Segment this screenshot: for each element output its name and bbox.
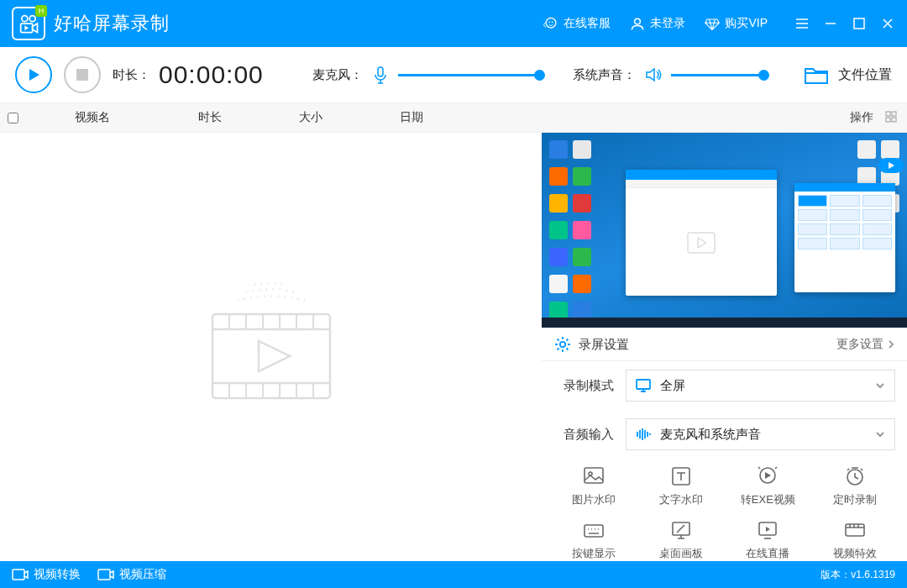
timer-value: 00:00:00 (159, 60, 264, 89)
tool-keystroke[interactable]: 按键显示 (550, 519, 637, 561)
svg-point-3 (547, 18, 557, 28)
vip-link[interactable]: 购买VIP (704, 16, 768, 31)
login-link[interactable]: 未登录 (629, 16, 685, 31)
record-mode-row: 录制模式 全屏 (542, 361, 907, 410)
svg-rect-41 (98, 570, 110, 580)
tool-drawing-board[interactable]: 桌面画板 (637, 519, 725, 561)
close-icon (880, 16, 895, 31)
select-all[interactable] (0, 113, 25, 123)
close-button[interactable] (875, 11, 900, 36)
view-toggle[interactable] (885, 111, 897, 125)
tool-image-watermark[interactable]: 图片水印 (550, 465, 637, 507)
logo-badge: H (35, 5, 47, 17)
svg-rect-12 (892, 118, 896, 122)
chevron-down-icon (874, 380, 886, 391)
app-title: 好哈屏幕录制 (54, 11, 170, 36)
svg-rect-31 (585, 468, 603, 483)
record-button[interactable] (15, 56, 52, 93)
mic-slider[interactable] (398, 74, 539, 76)
video-convert-link[interactable]: 视频转换 (12, 567, 81, 582)
tools-grid: 图片水印 文字水印 转EXE视频 定时录制 按键显示 桌面画板 在线直播 视频特… (542, 459, 907, 561)
svg-rect-30 (637, 380, 650, 389)
soundwave-icon (635, 427, 652, 442)
right-panel: 录屏设置 更多设置 录制模式 全屏 音频输入 麦克风和系统声音 图片水印 (542, 133, 907, 561)
video-compress-link[interactable]: 视频压缩 (97, 567, 166, 582)
col-duration[interactable]: 时长 (160, 110, 260, 125)
svg-rect-10 (892, 112, 896, 116)
maximize-icon (852, 16, 867, 31)
toolbar: 时长： 00:00:00 麦克风： 系统声音： 文件位置 (0, 47, 907, 102)
chevron-right-icon (887, 340, 895, 349)
svg-point-5 (552, 22, 553, 24)
col-name[interactable]: 视频名 (25, 110, 160, 125)
user-icon (629, 16, 646, 31)
tool-exe-video[interactable]: 转EXE视频 (725, 465, 812, 507)
headset-icon (543, 16, 559, 31)
system-audio-label: 系统声音： (573, 67, 636, 83)
svg-point-29 (560, 342, 565, 347)
tool-text-watermark[interactable]: 文字水印 (637, 465, 725, 507)
svg-point-6 (635, 18, 641, 24)
main-area: 录屏设置 更多设置 录制模式 全屏 音频输入 麦克风和系统声音 图片水印 (0, 133, 907, 561)
compress-icon (97, 568, 114, 581)
speaker-icon[interactable] (644, 66, 663, 84)
svg-point-1 (29, 16, 35, 22)
minimize-icon (823, 16, 838, 31)
svg-rect-9 (886, 112, 890, 116)
audio-input-label: 音频输入 (553, 427, 614, 443)
menu-icon (794, 16, 810, 31)
svg-rect-36 (585, 525, 603, 537)
mic-group: 麦克风： (312, 66, 539, 84)
svg-rect-39 (846, 524, 864, 536)
app-logo: H (12, 7, 45, 40)
more-settings-link[interactable]: 更多设置 (836, 337, 895, 352)
footer: 视频转换 视频压缩 版本：v1.6.1319 (0, 561, 907, 588)
gear-icon (553, 335, 572, 354)
preview-play-icon (878, 158, 904, 173)
mic-label: 麦克风： (312, 67, 363, 83)
minimize-button[interactable] (818, 11, 843, 36)
col-size[interactable]: 大小 (260, 110, 361, 125)
system-audio-slider[interactable] (671, 74, 763, 76)
video-list-empty (0, 133, 542, 561)
tool-live-stream[interactable]: 在线直播 (725, 519, 812, 561)
svg-rect-28 (688, 233, 715, 253)
tool-timed-record[interactable]: 定时录制 (811, 465, 899, 507)
col-operations: 操作 (462, 110, 907, 125)
record-mode-select[interactable]: 全屏 (626, 370, 895, 402)
svg-point-0 (22, 16, 28, 22)
settings-title: 录屏设置 (579, 337, 629, 353)
svg-rect-8 (378, 67, 383, 76)
file-location-button[interactable]: 文件位置 (803, 63, 892, 87)
duration-label: 时长： (113, 67, 150, 83)
chevron-down-icon (874, 428, 886, 440)
titlebar: H 好哈屏幕录制 在线客服 未登录 购买VIP (0, 0, 907, 47)
diamond-icon (704, 16, 721, 31)
maximize-button[interactable] (847, 11, 872, 36)
stop-button[interactable] (64, 56, 101, 93)
play-icon (26, 67, 41, 82)
settings-header: 录屏设置 更多设置 (542, 328, 907, 361)
record-mode-label: 录制模式 (553, 378, 614, 394)
folder-icon (803, 63, 830, 87)
svg-rect-40 (13, 570, 24, 580)
support-link[interactable]: 在线客服 (543, 16, 611, 31)
audio-input-row: 音频输入 麦克风和系统声音 (542, 410, 907, 459)
monitor-icon (635, 378, 652, 393)
stop-icon (76, 69, 88, 81)
version-text: 版本：v1.6.1319 (820, 568, 895, 582)
audio-input-select[interactable]: 麦克风和系统声音 (626, 418, 895, 450)
svg-point-4 (549, 22, 551, 24)
empty-placeholder-icon (196, 274, 347, 420)
menu-button[interactable] (789, 11, 815, 36)
preview-thumbnail[interactable] (542, 133, 907, 328)
mic-icon[interactable] (371, 66, 390, 84)
svg-rect-7 (854, 18, 864, 29)
tool-video-effects[interactable]: 视频特效 (811, 519, 899, 561)
col-date[interactable]: 日期 (361, 110, 462, 125)
svg-rect-11 (886, 118, 890, 122)
columns-header: 视频名 时长 大小 日期 操作 (0, 102, 907, 133)
convert-icon (12, 568, 29, 581)
system-audio-group: 系统声音： (573, 66, 763, 84)
